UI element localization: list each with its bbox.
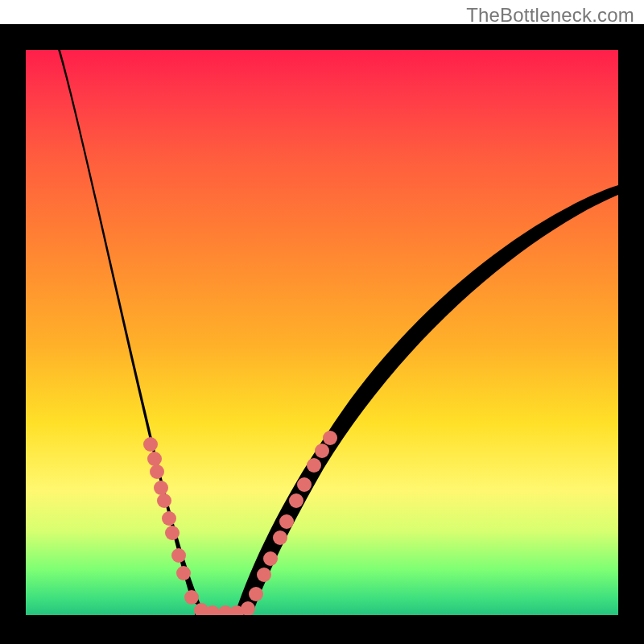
curves-svg: [26, 50, 618, 615]
chart-root: TheBottleneck.com: [0, 0, 644, 644]
data-point: [257, 568, 271, 582]
data-point: [279, 514, 294, 529]
data-point: [154, 481, 168, 495]
data-point: [323, 431, 337, 445]
scatter-points: [143, 431, 337, 615]
data-point: [289, 493, 303, 508]
data-point: [176, 566, 191, 580]
right-curve: [235, 185, 618, 613]
data-point: [147, 452, 162, 466]
data-point: [273, 530, 287, 545]
data-point: [315, 444, 329, 458]
watermark-text: TheBottleneck.com: [466, 4, 634, 27]
data-point: [263, 551, 278, 566]
data-point: [297, 477, 312, 492]
data-point: [165, 526, 180, 540]
data-point: [171, 548, 186, 563]
data-point: [157, 493, 171, 508]
data-point: [249, 587, 263, 601]
data-point: [162, 511, 176, 526]
data-point: [150, 464, 164, 479]
left-curve: [56, 50, 211, 613]
data-point: [143, 437, 158, 452]
data-point: [307, 458, 321, 473]
data-point: [184, 590, 199, 605]
plot-frame: [0, 24, 644, 644]
